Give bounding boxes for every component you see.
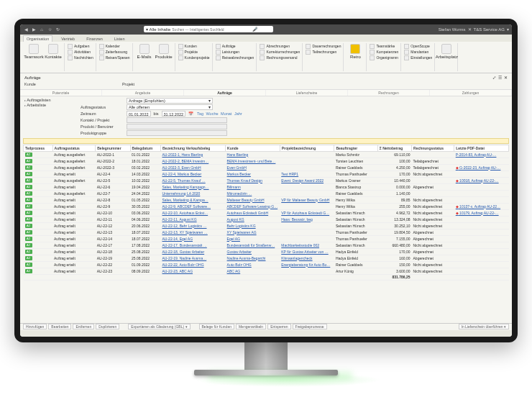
nav-back-icon[interactable]: ◀: [23, 27, 29, 32]
home-icon[interactable]: ⌂: [39, 27, 45, 32]
col-teilprozess[interactable]: Teilprozess: [24, 145, 53, 151]
ribbon-aufgaben[interactable]: Aufgaben: [68, 44, 93, 49]
ribbon-aktivitaeten[interactable]: Aktivitäten: [68, 50, 93, 55]
btn-freigabe[interactable]: Freigabeprozesse: [293, 324, 327, 329]
ribbon-emails[interactable]: E-Mails: [136, 44, 153, 59]
cell-bezeichnung-link[interactable]: AU-22-9, ABCDEF Software…: [161, 203, 226, 209]
btn-hinzufuegen[interactable]: Hinzufügen: [23, 324, 47, 329]
cell-projekt-link[interactable]: [280, 164, 334, 170]
cell-kunde-link[interactable]: Markus Becker: [226, 170, 280, 177]
col-bezeichnung[interactable]: Bezeichnung Verkaufsbeleg: [161, 145, 226, 151]
cell-pdf-link[interactable]: [454, 229, 509, 235]
ribbon-versand[interactable]: Rechnungsversand: [260, 55, 300, 60]
filter-date-to[interactable]: 31.12.2022: [162, 111, 186, 117]
cell-bezeichnung-link[interactable]: AU-2022-3, Even GmbH: [161, 164, 226, 170]
table-row[interactable]: A2Auftrag ausgeliefertAU-22-510.02.2022A…: [24, 177, 509, 183]
search-input[interactable]: [172, 27, 251, 32]
table-row[interactable]: A2Auftrag erteiltAU-22-1925.08.2022AU-22…: [24, 255, 509, 261]
cell-kunde-link[interactable]: Billmann: [226, 183, 280, 190]
col-belegdatum[interactable]: Belegdatum: [130, 145, 160, 151]
cell-pdf-link[interactable]: [454, 196, 509, 203]
cell-bezeichnung-link[interactable]: Unternehmung LA 2020: [161, 190, 226, 196]
table-row[interactable]: A2Auftrag erteiltAU-22-930.05.2022AU-22-…: [24, 203, 509, 209]
cell-pdf-link[interactable]: ◆ 10137-x, Auftrag AU-22…: [454, 203, 509, 209]
ribbon-arbeitsplatz[interactable]: Arbeitsplatz: [438, 44, 455, 59]
filter-gruppe-input[interactable]: [127, 130, 227, 136]
cell-kunde-link[interactable]: ABC AG: [226, 268, 280, 274]
ribbon-einstellungen[interactable]: Einstellungen: [404, 55, 432, 60]
cell-projekt-link[interactable]: VP für Autohaus Eckstedt G…: [280, 209, 334, 216]
cell-bezeichnung-link[interactable]: AU-22-4, Markus Becker: [161, 170, 226, 177]
filter-date-from[interactable]: 01.01.2022: [127, 111, 151, 117]
filter-status-dropdown[interactable]: Alle offenen▾: [127, 104, 213, 110]
company-dropdown-icon[interactable]: ▾: [507, 27, 509, 32]
table-row[interactable]: A2Auftrag erteiltAU-22-1825.08.2022AU-22…: [24, 248, 509, 255]
cell-pdf-link[interactable]: [454, 183, 509, 190]
subtab-auftraege[interactable]: Aufträge: [184, 90, 266, 96]
period-woche[interactable]: Woche: [206, 112, 219, 116]
col-projekt[interactable]: Projektbezeichnung: [280, 145, 334, 151]
cell-projekt-link[interactable]: Klimaanlagencheck: [280, 255, 334, 261]
cell-bezeichnung-link[interactable]: AU-22-14, Egel AG: [161, 235, 226, 242]
cell-kunde-link[interactable]: Malteser Beauty GmbH: [226, 196, 280, 203]
refresh-icon[interactable]: ↻: [55, 27, 60, 32]
ribbon-openscope[interactable]: OpenScope: [404, 44, 432, 49]
table-row[interactable]: A2Auftrag erteiltAU-22-1220.06.2022AU-22…: [24, 222, 509, 229]
cell-pdf-link[interactable]: [454, 235, 509, 242]
col-netto[interactable]: Σ Nettobetrag: [377, 145, 411, 151]
col-kunde[interactable]: Kunde: [226, 145, 280, 151]
ribbon-reiseabrechnungen[interactable]: Reiseabrechnungen: [216, 55, 254, 60]
cell-pdf-link[interactable]: [454, 242, 509, 248]
table-row[interactable]: A2Auftrag erteiltAU-22-1104.06.2022AU-22…: [24, 216, 509, 222]
cell-projekt-link[interactable]: [280, 183, 334, 190]
cell-projekt-link[interactable]: KP für Gustav Arbeiter von …: [280, 248, 334, 255]
current-user[interactable]: Stefan Wurms: [439, 27, 466, 32]
btn-duplizieren[interactable]: Duplizieren: [96, 324, 119, 329]
cell-pdf-link[interactable]: [454, 158, 509, 164]
btn-bearbeiten[interactable]: Bearbeiten: [48, 324, 71, 329]
cell-bezeichnung-link[interactable]: AU-22-5, Thomas Knauf …: [161, 177, 226, 183]
cell-kunde-link[interactable]: Egel AG: [226, 235, 280, 242]
subtab-angebote[interactable]: Angebote: [102, 90, 184, 96]
ribbon-kunden[interactable]: Kunden: [178, 44, 210, 49]
ribbon-projekte[interactable]: Projekte: [178, 50, 210, 55]
cell-kunde-link[interactable]: Autohaus Eckstedt GmbH: [226, 209, 280, 216]
cell-pdf-link[interactable]: [454, 190, 509, 196]
table-row[interactable]: A2Auftrag ausgeliefertAU-2022-303.02.202…: [24, 164, 509, 170]
cell-projekt-link[interactable]: [280, 158, 334, 164]
btn-entsperren[interactable]: Entsperren: [267, 324, 290, 329]
col-belegnummer[interactable]: Belegnummer: [96, 145, 130, 151]
ribbon-zeiterfassung[interactable]: Zeiterfassung: [99, 50, 130, 55]
cell-projekt-link[interactable]: [280, 151, 334, 158]
cell-bezeichnung-link[interactable]: AU-2022-2, BEMA Investm…: [161, 158, 226, 164]
cell-projekt-link[interactable]: [280, 235, 334, 242]
tab-vertrieb[interactable]: Vertrieb: [58, 36, 78, 42]
btn-mengen[interactable]: Mengenartikeln: [236, 324, 266, 329]
mic-icon[interactable]: 🎤: [252, 27, 257, 32]
col-pdf[interactable]: Letzte PDF-Datei: [454, 145, 509, 151]
ribbon-auftraege[interactable]: Aufträge: [216, 44, 254, 49]
ribbon-organigramm[interactable]: Organigramm: [370, 55, 398, 60]
col-rechnungsstatus[interactable]: Rechnungsstatus: [412, 145, 454, 151]
cell-projekt-link[interactable]: [280, 222, 334, 229]
btn-entfernen[interactable]: Entfernen: [73, 324, 94, 329]
cell-kunde-link[interactable]: ABCDEF Software Leasing G…: [226, 203, 280, 209]
cell-pdf-link[interactable]: P-2014-83, Auftrag AU-…: [454, 151, 509, 158]
column-filter-bar[interactable]: [23, 138, 509, 144]
cell-projekt-link[interactable]: [280, 203, 334, 209]
cell-kunde-link[interactable]: Thomas Knauf Design: [226, 177, 280, 183]
ribbon-kalender[interactable]: Kalender: [99, 44, 130, 49]
cell-bezeichnung-link[interactable]: AU-22-23, ABC AG: [161, 268, 226, 274]
ribbon-teamwork[interactable]: Teamwork: [25, 44, 42, 59]
cell-kunde-link[interactable]: Nadine Ausma-Begarchi: [226, 255, 280, 261]
table-row[interactable]: A2Auftrag erteiltAU-22-2201.09.2022AU-22…: [24, 261, 509, 268]
subtab-potenziale[interactable]: Potenziale: [20, 90, 102, 96]
cell-bezeichnung-link[interactable]: AU-22-12, Behr Logistics …: [161, 222, 226, 229]
cell-pdf-link[interactable]: [454, 248, 509, 255]
cell-kunde-link[interactable]: Bundesanstalt für Straßenw…: [226, 242, 280, 248]
col-status[interactable]: Auftragsstatus: [52, 145, 96, 151]
ribbon-kontakte[interactable]: Kontakte: [45, 44, 62, 59]
table-row[interactable]: A2Auftrag erteiltAU-22-414.03.2022AU-22-…: [24, 170, 509, 177]
subtab-zahlungen[interactable]: Zahlungen: [430, 90, 512, 96]
global-search[interactable]: ▾ Alle Inhalte 🎤: [144, 26, 273, 32]
